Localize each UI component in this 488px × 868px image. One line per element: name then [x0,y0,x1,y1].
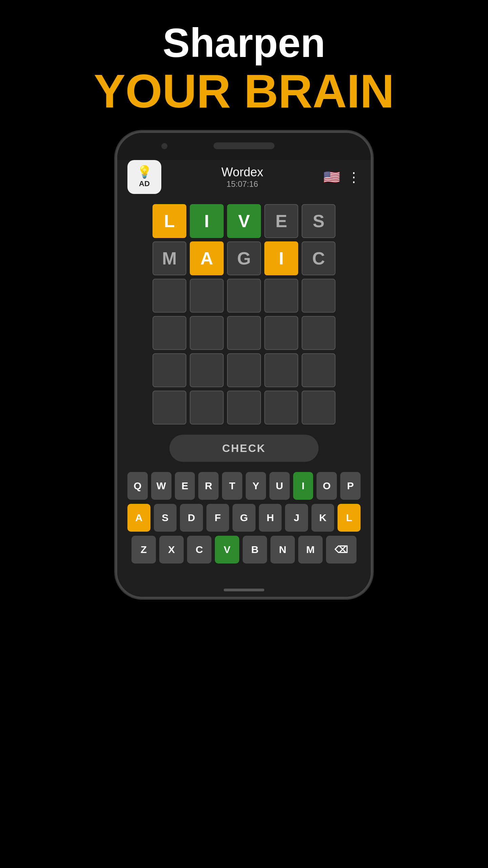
key-M[interactable]: M [298,536,323,564]
game-area: LIVESMAGIC CHECK QWERTYUIOPASDFGHJKLZXCV… [117,194,371,583]
lightbulb-icon: 💡 [137,166,152,178]
key-L[interactable]: L [338,504,361,532]
grid-cell-4-1 [190,353,224,387]
header-line1: Sharpen [94,20,394,65]
keyboard-row-0: QWERTYUIOP [127,472,361,500]
key-W[interactable]: W [151,472,171,500]
side-button [371,235,373,262]
grid-cell-1-2: G [227,241,261,275]
grid-cell-3-2 [227,316,261,350]
grid-cell-4-4 [302,353,336,387]
grid-cell-2-1 [190,279,224,313]
speaker [214,142,274,149]
grid-cell-4-0 [152,353,186,387]
home-indicator [224,589,264,591]
grid-cell-5-4 [302,391,336,425]
grid-cell-0-0: L [152,204,186,238]
ad-button[interactable]: 💡 AD [127,160,161,194]
key-R[interactable]: R [198,472,219,500]
key-B[interactable]: B [243,536,267,564]
key-Q[interactable]: Q [127,472,148,500]
app-title-area: Wordex 15:07:16 [161,165,323,189]
grid-cell-5-2 [227,391,261,425]
keyboard-row-2: ZXCVBNM⌫ [127,536,361,564]
key-X[interactable]: X [159,536,184,564]
grid-cell-4-2 [227,353,261,387]
grid-row [152,279,336,313]
app-timer: 15:07:16 [226,179,258,189]
key-O[interactable]: O [317,472,337,500]
grid-cell-3-3 [264,316,298,350]
grid-row: LIVES [152,204,336,238]
app-bar: 💡 AD Wordex 15:07:16 🇺🇸 ⋮ [117,160,371,194]
key-A[interactable]: A [127,504,150,532]
key-H[interactable]: H [259,504,282,532]
key-I[interactable]: I [293,472,313,500]
key-F[interactable]: F [206,504,229,532]
grid-cell-3-4 [302,316,336,350]
grid-cell-5-3 [264,391,298,425]
key-D[interactable]: D [180,504,203,532]
key-E[interactable]: E [175,472,195,500]
grid-row [152,316,336,350]
header-area: Sharpen YOUR BRAIN [94,0,394,131]
key-T[interactable]: T [222,472,242,500]
key-V[interactable]: V [215,536,239,564]
app-title: Wordex [221,165,263,179]
grid-row [152,391,336,425]
grid-cell-2-4 [302,279,336,313]
grid-cell-1-4: C [302,241,336,275]
key-P[interactable]: P [340,472,361,500]
grid-cell-4-3 [264,353,298,387]
grid-cell-2-3 [264,279,298,313]
key-C[interactable]: C [187,536,211,564]
key-⌫[interactable]: ⌫ [326,536,357,564]
grid-cell-5-1 [190,391,224,425]
grid-cell-1-1: A [190,241,224,275]
key-J[interactable]: J [285,504,308,532]
key-N[interactable]: N [270,536,295,564]
grid-cell-1-3: I [264,241,298,275]
key-S[interactable]: S [154,504,177,532]
key-U[interactable]: U [269,472,290,500]
phone-bottom [117,583,371,597]
grid-cell-0-1: I [190,204,224,238]
grid-cell-3-1 [190,316,224,350]
keyboard-row-1: ASDFGHJKL [127,504,361,532]
key-G[interactable]: G [232,504,256,532]
ad-label: AD [139,179,150,188]
grid-row: MAGIC [152,241,336,275]
header-line2: YOUR BRAIN [94,65,394,117]
key-Y[interactable]: Y [246,472,266,500]
menu-dots-button[interactable]: ⋮ [347,170,361,184]
grid-cell-0-3: E [264,204,298,238]
camera [161,143,167,149]
app-bar-right: 🇺🇸 ⋮ [323,169,361,185]
grid-cell-2-0 [152,279,186,313]
key-Z[interactable]: Z [131,536,156,564]
check-button[interactable]: CHECK [169,435,319,462]
flag-icon: 🇺🇸 [323,169,340,185]
grid-cell-1-0: M [152,241,186,275]
phone-frame: 💡 AD Wordex 15:07:16 🇺🇸 ⋮ LIVESMAGIC CHE… [115,131,373,599]
grid-cell-2-2 [227,279,261,313]
grid-cell-5-0 [152,391,186,425]
game-grid: LIVESMAGIC [152,204,336,425]
grid-cell-0-4: S [302,204,336,238]
phone-top-bar [117,133,371,160]
grid-row [152,353,336,387]
key-K[interactable]: K [311,504,334,532]
grid-cell-3-0 [152,316,186,350]
grid-cell-0-2: V [227,204,261,238]
keyboard: QWERTYUIOPASDFGHJKLZXCVBNM⌫ [124,472,364,564]
